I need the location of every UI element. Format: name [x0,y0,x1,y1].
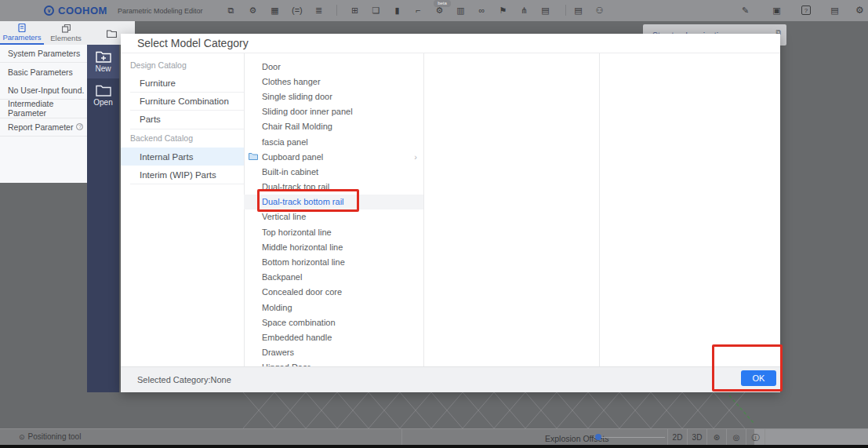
toolbar-group-2: ⊞❏▮⌐⚙▥∞⚑⋔▤ [350,5,550,16]
table-icon[interactable]: ⊞ [350,5,360,16]
tab-parameters[interactable]: Parameters [0,21,44,45]
model-item[interactable]: Cupboard panel › [244,149,423,164]
model-item[interactable]: Top horizontal line › [244,224,423,239]
column-divider [423,53,424,366]
gear-config-icon[interactable]: ⚙ [248,5,258,16]
model-item[interactable]: Hinged Door › [244,360,423,366]
link-icon[interactable]: ∞ [477,5,487,16]
app-title: Parametric Modeling Editor [118,7,203,15]
model-item[interactable]: Molding › [244,300,423,315]
model-item[interactable]: Space combination › [244,315,423,330]
info-icon[interactable]: ⓘ [746,429,765,446]
model-item[interactable]: Single sliding door › [244,89,423,104]
category-row[interactable]: Furniture Combination [130,93,244,111]
top-toolbar: ∨ COOHOM Parametric Modeling Editor ⧉⚙▦(… [0,0,868,21]
model-item[interactable]: Door › [244,59,423,74]
category-row[interactable]: Parts [130,111,244,129]
comment-icon[interactable]: ❏ [371,5,381,16]
model-item[interactable]: Clothes hanger › [244,74,423,89]
notes-icon[interactable]: ▤ [830,5,840,16]
category-row[interactable]: Furniture [130,74,244,92]
tab-elements[interactable]: Elements [44,21,88,45]
model-item[interactable]: Embedded handle › [244,330,423,344]
open-folder-icon [96,84,111,97]
parameter-row[interactable]: No User-Input found. [0,82,87,100]
text-cursor-icon[interactable]: ▮ [392,5,402,16]
category-row[interactable]: Internal Parts [121,148,244,166]
screenshot-icon[interactable]: ▣ [772,5,782,16]
annotation-box-selected-item [257,189,359,212]
file-side-menu: New Open [87,45,119,392]
bottom-status-bar: ⊙ Positioning tool Explosion Offsets 2D … [0,428,868,445]
columns-icon[interactable]: ▥ [456,5,466,16]
model-item[interactable]: Backpanel › [244,270,423,285]
model-item[interactable]: Chair Rail Molding › [244,119,423,134]
category-row[interactable]: Design Catalog [121,56,244,74]
settings-gear-icon[interactable]: ⚙ [855,5,865,16]
flag-icon[interactable]: ⚑ [498,5,508,16]
document-icon[interactable]: ▤ [540,5,550,16]
category-row[interactable]: Backend Catalog [121,129,244,148]
elements-layers-icon [62,24,71,33]
model-item[interactable]: Drawers › [244,345,423,360]
file-icon[interactable]: ▤ [573,5,583,16]
coohom-logo-text: COOHOM [58,5,107,16]
parameter-row[interactable]: Basic Parameters [0,63,87,81]
view-3d-button[interactable]: 3D [687,429,706,446]
branch-icon[interactable]: ⋔ [519,5,529,16]
coohom-logo-icon: ∨ [44,5,54,16]
parameters-doc-icon [18,24,26,32]
toolbar-divider [565,5,566,16]
model-item[interactable]: Built-in cabinet › [244,164,423,179]
open-button[interactable]: Open [87,78,119,112]
new-button-label: New [95,64,111,73]
model-item[interactable]: Concealed door core › [244,285,423,300]
user-icon[interactable]: ⚇ [594,5,605,16]
dialog-footer: Selected Category:None OK [121,366,780,392]
canvas-wireframe [196,392,784,428]
parameter-row[interactable]: Report Parameter [0,118,87,137]
duplicate-window-icon[interactable]: ⧉ [226,5,236,16]
list-settings-icon[interactable]: ≣ [314,5,324,16]
dialog-body: Design Catalog Furniture Furniture Combi… [121,53,780,366]
parameters-panel: System Parameters Basic Parameters No Us… [0,45,87,183]
toolbar-divider [336,5,337,16]
help-circle-icon[interactable] [76,123,83,130]
explosion-offsets-slider[interactable] [594,437,665,438]
visibility-icon[interactable]: ◎ [726,429,746,446]
help-icon[interactable]: ? [801,5,811,15]
grid-icon[interactable]: ▦ [270,5,280,16]
parameter-row[interactable]: System Parameters [0,45,87,63]
bottom-bar-divider [401,429,402,446]
folder-tab-icon [107,29,117,38]
new-button[interactable]: New [87,45,119,78]
select-model-category-dialog: Select Model Category Design Catalog Fur… [121,34,780,392]
model-item[interactable]: fascia panel › [244,134,423,149]
dialog-title: Select Model Category [121,34,780,53]
bottom-bar-right-section [754,429,868,446]
screen-edge [0,445,868,448]
edit-pencil-icon[interactable]: ✎ [740,5,750,16]
model-item[interactable]: Sliding door inner panel › [244,104,423,119]
brackets-icon[interactable]: (=) [292,5,302,16]
chevron-right-icon: › [414,152,417,162]
category-column: Design Catalog Furniture Furniture Combi… [121,53,244,184]
selected-category-label: Selected Category:None [137,375,231,384]
parameter-row[interactable]: Intermediate Parameter [0,100,87,118]
view-2d-button[interactable]: 2D [667,429,687,446]
view-controls: 2D 3D ⊛ ◎ ⓘ [667,429,765,446]
positioning-tool[interactable]: ⊙ Positioning tool [19,432,81,441]
positioning-tool-label: Positioning tool [28,432,82,441]
model-item[interactable]: Bottom horizontal line › [244,254,423,269]
new-folder-plus-icon [96,50,111,63]
coohom-logo[interactable]: ∨ COOHOM [44,5,107,16]
model-item[interactable]: Middle horizontal line › [244,239,423,254]
bracket-icon[interactable]: ⌐ [413,5,423,16]
toolbar-group-1: ⧉⚙▦(=)≣ [226,5,324,16]
category-row[interactable]: Interim (WIP) Parts [130,166,244,184]
annotation-box-ok-button [712,344,783,392]
explosion-offsets-slider-knob[interactable] [595,434,601,440]
reset-view-icon[interactable]: ⊛ [706,429,726,446]
beta-badge: beta [434,0,451,7]
folder-icon [249,152,258,160]
